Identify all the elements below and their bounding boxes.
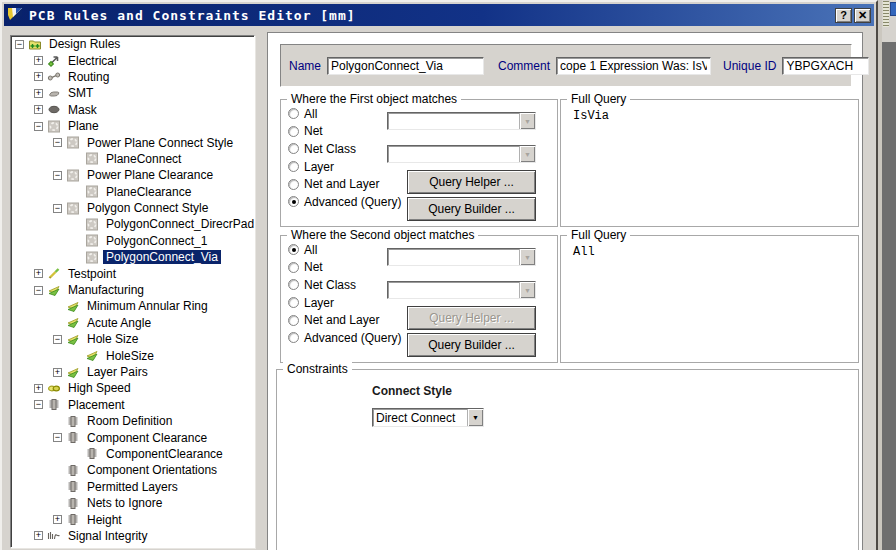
expand-toggle[interactable]: − xyxy=(34,122,43,131)
query-builder-button-second[interactable]: Query Builder ... xyxy=(407,333,536,357)
expand-toggle[interactable]: + xyxy=(53,515,62,524)
tree-item[interactable]: −Placement xyxy=(11,397,254,413)
tree-item[interactable]: +Layer Pairs xyxy=(11,364,254,380)
tree-item[interactable]: Room Definition xyxy=(11,413,254,429)
second-net-dropdown[interactable]: ▼ xyxy=(387,248,536,266)
expand-toggle[interactable]: − xyxy=(53,138,62,147)
expand-toggle[interactable]: + xyxy=(34,105,43,114)
radio-button[interactable] xyxy=(288,108,299,119)
radio-label[interactable]: Net Class xyxy=(304,142,356,156)
tree-item[interactable]: −Design Rules xyxy=(11,36,254,52)
title-bar[interactable]: PCB Rules and Constraints Editor [mm] ? … xyxy=(4,4,874,26)
tree-item[interactable]: Nets to Ignore xyxy=(11,495,254,511)
tree-item[interactable]: PlaneClearance xyxy=(11,184,254,200)
unique-id-input[interactable] xyxy=(782,57,869,75)
expand-toggle[interactable]: + xyxy=(34,56,43,65)
expand-toggle[interactable]: + xyxy=(34,531,43,540)
radio-option-net-and-layer[interactable]: Net and Layer xyxy=(288,311,401,329)
tree-item[interactable]: PolygonConnect_DirecrPad xyxy=(11,216,254,232)
radio-button[interactable] xyxy=(288,279,299,290)
expand-toggle[interactable]: + xyxy=(34,384,43,393)
tree-item[interactable]: PolygonConnect_1 xyxy=(11,233,254,249)
tree-item[interactable]: −Power Plane Clearance xyxy=(11,167,254,183)
radio-label[interactable]: Net xyxy=(304,260,323,274)
tree-item[interactable]: −Power Plane Connect Style xyxy=(11,134,254,150)
radio-option-layer[interactable]: Layer xyxy=(288,158,401,176)
radio-label[interactable]: Advanced (Query) xyxy=(304,331,401,345)
expand-toggle[interactable]: − xyxy=(34,286,43,295)
radio-button[interactable] xyxy=(288,244,299,255)
radio-option-net[interactable]: Net xyxy=(288,123,401,141)
tree-item[interactable]: −Polygon Connect Style xyxy=(11,200,254,216)
expand-toggle[interactable]: + xyxy=(34,269,43,278)
query-helper-button-second[interactable]: Query Helper ... xyxy=(407,306,536,330)
radio-button[interactable] xyxy=(288,332,299,343)
tree-item[interactable]: +Mask xyxy=(11,102,254,118)
tree-item[interactable]: +Signal Integrity xyxy=(11,528,254,544)
radio-option-advanced-query-[interactable]: Advanced (Query) xyxy=(288,193,401,211)
tree-item[interactable]: Minimum Annular Ring xyxy=(11,298,254,314)
tree-item[interactable]: −Plane xyxy=(11,118,254,134)
radio-option-net-class[interactable]: Net Class xyxy=(288,276,401,294)
tree-item[interactable]: +Electrical xyxy=(11,52,254,68)
connect-style-dropdown[interactable]: Direct Connect ▼ xyxy=(372,408,484,427)
radio-option-advanced-query-[interactable]: Advanced (Query) xyxy=(288,329,401,347)
radio-button[interactable] xyxy=(288,196,299,207)
expand-toggle[interactable]: − xyxy=(53,335,62,344)
radio-option-net-and-layer[interactable]: Net and Layer xyxy=(288,175,401,193)
radio-label[interactable]: All xyxy=(304,243,317,257)
radio-label[interactable]: Layer xyxy=(304,296,334,310)
radio-label[interactable]: Net and Layer xyxy=(304,177,379,191)
radio-option-all[interactable]: All xyxy=(288,241,401,259)
expand-toggle[interactable]: − xyxy=(53,433,62,442)
radio-button[interactable] xyxy=(288,126,299,137)
tree-item[interactable]: Component Orientations xyxy=(11,462,254,478)
radio-option-all[interactable]: All xyxy=(288,105,401,123)
query-builder-button-first[interactable]: Query Builder ... xyxy=(407,197,536,221)
radio-button[interactable] xyxy=(288,161,299,172)
first-net-dropdown[interactable]: ▼ xyxy=(387,112,536,130)
radio-button[interactable] xyxy=(288,262,299,273)
expand-toggle[interactable]: − xyxy=(15,40,24,49)
help-button[interactable]: ? xyxy=(835,8,852,23)
comment-input[interactable] xyxy=(556,57,711,75)
tree-item[interactable]: PlaneConnect xyxy=(11,151,254,167)
name-input[interactable] xyxy=(327,57,484,75)
radio-label[interactable]: Net and Layer xyxy=(304,313,379,327)
tree-item[interactable]: +Testpoint xyxy=(11,265,254,281)
radio-option-layer[interactable]: Layer xyxy=(288,294,401,312)
tree-item[interactable]: −Component Clearance xyxy=(11,429,254,445)
radio-button[interactable] xyxy=(288,297,299,308)
radio-button[interactable] xyxy=(288,315,299,326)
radio-button[interactable] xyxy=(288,143,299,154)
tree-item[interactable]: +SMT xyxy=(11,85,254,101)
radio-label[interactable]: Net Class xyxy=(304,278,356,292)
close-button[interactable]: ✕ xyxy=(854,8,871,23)
radio-label[interactable]: Layer xyxy=(304,160,334,174)
tree-item[interactable]: PolygonConnect_Via xyxy=(11,249,254,265)
tree-item[interactable]: +High Speed xyxy=(11,380,254,396)
expand-toggle[interactable]: − xyxy=(34,400,43,409)
tree-item[interactable]: ComponentClearance xyxy=(11,446,254,462)
radio-option-net-class[interactable]: Net Class xyxy=(288,140,401,158)
first-netclass-dropdown[interactable]: ▼ xyxy=(387,145,536,163)
expand-toggle[interactable]: + xyxy=(34,72,43,81)
tree-item[interactable]: −Manufacturing xyxy=(11,282,254,298)
rules-tree-panel[interactable]: −Design Rules+Electrical+Routing+SMT+Mas… xyxy=(10,35,255,548)
tree-item[interactable]: +Routing xyxy=(11,69,254,85)
radio-label[interactable]: Net xyxy=(304,124,323,138)
expand-toggle[interactable]: − xyxy=(53,171,62,180)
tree-item[interactable]: HoleSize xyxy=(11,347,254,363)
expand-toggle[interactable]: + xyxy=(34,89,43,98)
query-helper-button-first[interactable]: Query Helper ... xyxy=(407,170,536,194)
second-netclass-dropdown[interactable]: ▼ xyxy=(387,281,536,299)
expand-toggle[interactable]: + xyxy=(53,368,62,377)
tree-item[interactable]: +Height xyxy=(11,511,254,527)
tree-item[interactable]: −Hole Size xyxy=(11,331,254,347)
expand-toggle[interactable]: − xyxy=(53,204,62,213)
tree-item[interactable]: Permitted Layers xyxy=(11,479,254,495)
radio-label[interactable]: All xyxy=(304,107,317,121)
tree-item[interactable]: Acute Angle xyxy=(11,315,254,331)
radio-option-net[interactable]: Net xyxy=(288,259,401,277)
radio-label[interactable]: Advanced (Query) xyxy=(304,195,401,209)
